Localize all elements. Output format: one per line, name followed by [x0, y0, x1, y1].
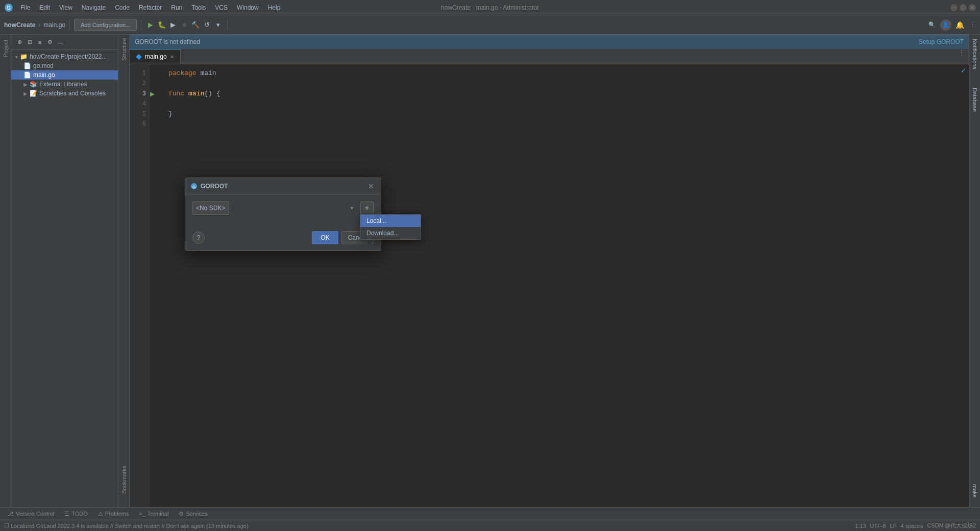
indent-status[interactable]: 4 spaces [900, 523, 923, 529]
project-tab-label[interactable]: Project [2, 37, 10, 60]
menu-run[interactable]: Run [167, 3, 186, 12]
setup-goroot-link[interactable]: Setup GOROOT [919, 38, 964, 45]
editor-tabs: 🔷 main.go ✕ ⋮ [130, 49, 969, 64]
menu-window[interactable]: Window [233, 3, 263, 12]
todo-tab[interactable]: ☰ TODO [59, 508, 93, 520]
maximize-button[interactable]: □ [960, 4, 967, 11]
problems-tab[interactable]: ⚠ Problems [93, 508, 134, 520]
menu-refactor[interactable]: Refactor [135, 3, 166, 12]
debug-button[interactable]: 🐛 [157, 20, 167, 30]
stop-button[interactable]: ■ [179, 20, 189, 30]
right-panel-tabs: Notifications Database make [969, 35, 980, 507]
svg-text:G: G [7, 5, 11, 11]
menu-tools[interactable]: Tools [187, 3, 210, 12]
ok-button[interactable]: OK [312, 231, 338, 244]
gomod-icon: 📄 [23, 62, 31, 69]
dialog-titlebar: G GOROOT ✕ [185, 178, 381, 194]
editor-checkmark: ✓ [961, 66, 967, 74]
menu-help[interactable]: Help [264, 3, 285, 12]
menu-edit[interactable]: Edit [35, 3, 54, 12]
run-button[interactable]: ▶ [145, 20, 156, 30]
project-panel-tab[interactable]: Project [0, 35, 11, 507]
window-controls: — □ ✕ [950, 4, 976, 11]
app-logo: G [4, 3, 13, 12]
sdk-select-wrapper: <No SDK> [192, 201, 357, 215]
tree-item-scratches[interactable]: ▶ 📝 Scratches and Consoles [11, 89, 118, 98]
search-everywhere-button[interactable]: 🔍 [928, 21, 936, 29]
add-configuration-button[interactable]: Add Configuration... [74, 19, 137, 31]
status-right: 1:13 UTF-8 LF 4 spaces CSDN @代大成场2 [855, 522, 976, 529]
editor-tab-maingo[interactable]: 🔷 main.go ✕ [130, 49, 181, 64]
build-button[interactable]: 🔨 [190, 20, 201, 30]
line-num-4: 4 [130, 99, 146, 109]
line-num-2: 2 [130, 79, 146, 89]
bookmarks-tab-label[interactable]: Bookmarks [120, 463, 128, 497]
sync-icon[interactable]: ⊕ [15, 38, 23, 46]
tree-item-external-libs[interactable]: ▶ 📚 External Libraries [11, 80, 118, 89]
hide-icon[interactable]: — [56, 38, 64, 46]
editor-tab-label: main.go [145, 53, 167, 60]
todo-label: TODO [71, 511, 88, 517]
run-gutter-arrow[interactable]: ▶ [150, 89, 160, 99]
user-avatar-button[interactable]: 👤 [940, 19, 951, 31]
sdk-select[interactable]: <No SDK> [192, 201, 229, 215]
structure-tab-label[interactable]: Structure [120, 35, 128, 64]
version-control-tab[interactable]: ⎇ Version Control [2, 508, 59, 520]
toolbar-filename: main.go [43, 21, 65, 29]
lf-status[interactable]: LF [890, 523, 897, 529]
vc-icon: ⎇ [7, 511, 14, 517]
title-bar: G File Edit View Navigate Code Refactor … [0, 0, 980, 15]
menu-vcs[interactable]: VCS [211, 3, 232, 12]
database-panel-tab[interactable]: Database [970, 84, 979, 116]
reload-button[interactable]: ↺ [202, 20, 212, 30]
line-num-5: 5 [130, 109, 146, 119]
sdk-add-button[interactable]: + [360, 201, 374, 215]
editor-area: GOROOT is not defined Setup GOROOT 🔷 mai… [130, 35, 969, 507]
menu-view[interactable]: View [55, 3, 77, 12]
help-button[interactable]: ? [192, 232, 205, 244]
minimize-button[interactable]: — [950, 4, 958, 11]
dropdown-item-download[interactable]: Download... [360, 227, 421, 239]
dropdown-item-local[interactable]: Local... [360, 215, 421, 227]
tree-item-maingo[interactable]: 📄 main.go [11, 70, 118, 80]
tree-item-root[interactable]: ▾ 📁 howCreate F:/project/2022... [11, 52, 118, 61]
sidebar: ⊕ ⊟ ≡ ⚙ — ▾ 📁 howCreate F:/project/2022.… [11, 35, 118, 507]
menu-navigate[interactable]: Navigate [78, 3, 110, 12]
notifications-button[interactable]: 🔔 [955, 21, 964, 29]
tab-more-button[interactable]: ⋮ [954, 49, 969, 64]
more-options-button[interactable]: ⋮ [968, 21, 976, 29]
encoding-status[interactable]: UTF-8 [870, 523, 886, 529]
user-status[interactable]: CSDN @代大成场2 [927, 522, 976, 529]
line-numbers: 1 2 3 4 5 6 [130, 64, 150, 507]
services-tab[interactable]: ⚙ Services [174, 508, 212, 520]
git-icon: ☐ [4, 522, 9, 529]
menu-file[interactable]: File [16, 3, 34, 12]
notifications-panel-tab[interactable]: Notifications [970, 35, 979, 73]
structure-panel-tab[interactable]: Structure Bookmarks [118, 35, 130, 507]
collapse-icon[interactable]: ⊟ [26, 38, 34, 46]
tree-maingo-label: main.go [33, 71, 55, 79]
notification-bar: GOROOT is not defined Setup GOROOT [130, 35, 969, 49]
tree-extlibs-label: External Libraries [39, 81, 87, 88]
notification-text: GOROOT is not defined [135, 38, 919, 45]
run-with-coverage-button[interactable]: ▶ [168, 20, 178, 30]
menu-code[interactable]: Code [111, 3, 134, 12]
tab-close-button[interactable]: ✕ [170, 54, 174, 60]
folder-icon: 📁 [20, 53, 28, 60]
filter-icon[interactable]: ≡ [36, 38, 44, 46]
terminal-tab[interactable]: >_ Terminal [134, 508, 174, 520]
gutter: ▶ [150, 64, 160, 507]
toolbar-sep-1 [69, 20, 70, 30]
close-button[interactable]: ✕ [969, 4, 976, 11]
line-num-6: 6 [130, 119, 146, 130]
git-status[interactable]: ☐ Localized GoLand 2022.3.4 is available… [4, 522, 249, 529]
project-tree: ▾ 📁 howCreate F:/project/2022... 📄 go.mo… [11, 50, 118, 507]
make-panel-tab[interactable]: make [970, 480, 979, 502]
dialog-close-button[interactable]: ✕ [366, 182, 376, 191]
maingo-icon: 📄 [23, 71, 31, 79]
tree-item-gomod[interactable]: 📄 go.mod [11, 61, 118, 70]
settings-icon[interactable]: ⚙ [46, 38, 54, 46]
code-content[interactable]: package main func main() { } [160, 64, 969, 507]
run-dropdown-button[interactable]: ▾ [213, 20, 223, 30]
line-col-status[interactable]: 1:13 [855, 523, 866, 529]
